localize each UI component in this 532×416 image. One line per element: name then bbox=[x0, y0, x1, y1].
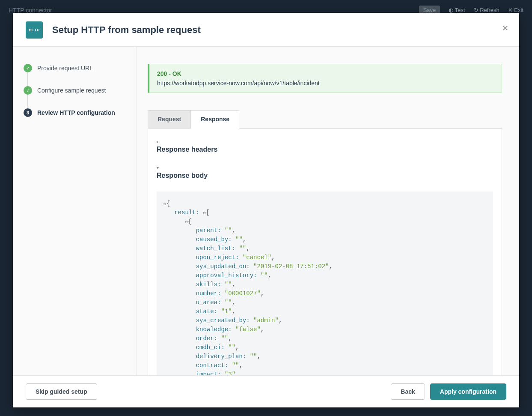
test-button[interactable]: ◐ Test bbox=[449, 7, 465, 13]
http-badge-icon: HTTP bbox=[26, 21, 43, 39]
step-label: Provide request URL bbox=[37, 65, 93, 72]
chevron-down-icon[interactable]: ▾ bbox=[157, 165, 493, 170]
main-content: 200 - OK https://workatodpp.service-now.… bbox=[137, 47, 519, 375]
status-url: https://workatodpp.service-now.com/api/n… bbox=[157, 80, 494, 87]
wizard-sidebar: ✓ Provide request URL ✓ Configure sample… bbox=[13, 47, 137, 375]
step-label: Review HTTP configuration bbox=[37, 109, 115, 116]
check-icon: ✓ bbox=[24, 64, 32, 72]
response-body-title: Response body bbox=[157, 172, 493, 180]
json-viewer[interactable]: ⊖{ result: ⊖[ ⊖{ parent: "", caused_by: … bbox=[157, 192, 493, 375]
modal-header: HTTP Setup HTTP from sample request ✕ bbox=[13, 13, 519, 47]
chevron-right-icon[interactable]: ▸ bbox=[157, 139, 493, 144]
skip-guided-setup-button[interactable]: Skip guided setup bbox=[26, 383, 97, 400]
step-1[interactable]: ✓ Provide request URL bbox=[24, 64, 126, 72]
close-icon[interactable]: ✕ bbox=[502, 24, 508, 33]
step-connector bbox=[27, 72, 28, 86]
modal: HTTP Setup HTTP from sample request ✕ ✓ … bbox=[13, 13, 519, 407]
back-button[interactable]: Back bbox=[391, 383, 425, 400]
modal-title: Setup HTTP from sample request bbox=[52, 24, 201, 36]
step-connector bbox=[27, 95, 28, 108]
tab-panel: ▸ Response headers ▾ Response body ⊖{ re… bbox=[148, 129, 502, 375]
status-banner: 200 - OK https://workatodpp.service-now.… bbox=[148, 64, 502, 93]
tabs: Request Response bbox=[148, 110, 502, 129]
apply-configuration-button[interactable]: Apply configuration bbox=[430, 383, 506, 400]
step-number-icon: 3 bbox=[24, 108, 32, 117]
check-icon: ✓ bbox=[24, 86, 32, 95]
step-3[interactable]: 3 Review HTTP configuration bbox=[24, 108, 126, 117]
step-2[interactable]: ✓ Configure sample request bbox=[24, 86, 126, 95]
exit-button[interactable]: ✕ Exit bbox=[508, 7, 523, 13]
response-headers-title: Response headers bbox=[157, 146, 493, 153]
refresh-button[interactable]: ↻ Refresh bbox=[474, 7, 499, 13]
modal-footer: Skip guided setup Back Apply configurati… bbox=[13, 375, 519, 407]
step-label: Configure sample request bbox=[37, 87, 106, 94]
tab-response[interactable]: Response bbox=[191, 110, 239, 129]
status-code: 200 - OK bbox=[157, 70, 494, 77]
tab-request[interactable]: Request bbox=[148, 110, 191, 128]
